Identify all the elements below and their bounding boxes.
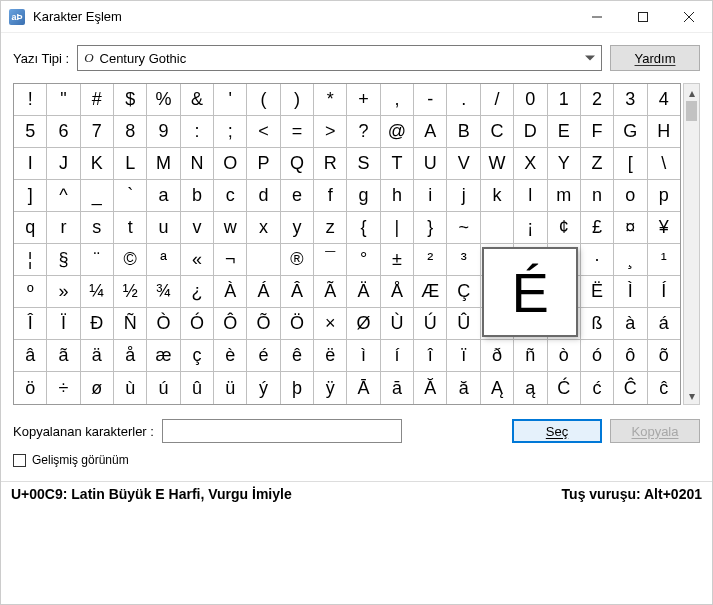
character-cell[interactable]: © bbox=[114, 244, 147, 276]
character-cell[interactable]: Í bbox=[648, 276, 680, 308]
character-cell[interactable]: ° bbox=[347, 244, 380, 276]
character-cell[interactable]: s bbox=[81, 212, 114, 244]
character-cell[interactable]: ó bbox=[581, 340, 614, 372]
character-cell[interactable]: l bbox=[514, 180, 547, 212]
character-cell[interactable]: ² bbox=[414, 244, 447, 276]
character-cell[interactable]: E bbox=[548, 116, 581, 148]
character-cell[interactable]: ? bbox=[347, 116, 380, 148]
character-cell[interactable]: ¹ bbox=[648, 244, 680, 276]
character-cell[interactable]: ð bbox=[481, 340, 514, 372]
character-cell[interactable]: å bbox=[114, 340, 147, 372]
character-cell[interactable]: # bbox=[81, 84, 114, 116]
character-cell[interactable]: ø bbox=[81, 372, 114, 404]
select-button[interactable]: Seç bbox=[512, 419, 602, 443]
character-cell[interactable]: ' bbox=[214, 84, 247, 116]
character-cell[interactable]: 2 bbox=[581, 84, 614, 116]
character-cell[interactable]: u bbox=[147, 212, 180, 244]
minimize-button[interactable] bbox=[574, 1, 620, 33]
copy-button[interactable]: Kopyala bbox=[610, 419, 700, 443]
character-cell[interactable]: : bbox=[181, 116, 214, 148]
character-cell[interactable]: " bbox=[47, 84, 80, 116]
character-cell[interactable]: > bbox=[314, 116, 347, 148]
character-cell[interactable]: ú bbox=[147, 372, 180, 404]
character-cell[interactable]: à bbox=[614, 308, 647, 340]
character-cell[interactable]: - bbox=[414, 84, 447, 116]
character-cell[interactable]: Á bbox=[247, 276, 280, 308]
character-cell[interactable]: H bbox=[648, 116, 680, 148]
character-cell[interactable]: Ã bbox=[314, 276, 347, 308]
character-cell[interactable]: X bbox=[514, 148, 547, 180]
character-cell[interactable]: ë bbox=[314, 340, 347, 372]
character-cell[interactable]: o bbox=[614, 180, 647, 212]
character-cell[interactable]: $ bbox=[114, 84, 147, 116]
character-cell[interactable]: ć bbox=[581, 372, 614, 404]
character-cell[interactable]: ï bbox=[447, 340, 480, 372]
character-cell[interactable]: « bbox=[181, 244, 214, 276]
character-cell[interactable]: æ bbox=[147, 340, 180, 372]
character-cell[interactable]: í bbox=[381, 340, 414, 372]
character-cell[interactable]: Ù bbox=[381, 308, 414, 340]
character-cell[interactable]: ý bbox=[247, 372, 280, 404]
character-cell[interactable]: Z bbox=[581, 148, 614, 180]
character-cell[interactable]: p bbox=[648, 180, 680, 212]
character-cell[interactable]: õ bbox=[648, 340, 680, 372]
character-cell[interactable]: Å bbox=[381, 276, 414, 308]
character-cell[interactable]: _ bbox=[81, 180, 114, 212]
character-cell[interactable]: Ć bbox=[548, 372, 581, 404]
character-cell[interactable]: 0 bbox=[514, 84, 547, 116]
character-cell[interactable]: x bbox=[247, 212, 280, 244]
character-cell[interactable]: S bbox=[347, 148, 380, 180]
character-cell[interactable]: B bbox=[447, 116, 480, 148]
character-cell[interactable]: F bbox=[581, 116, 614, 148]
character-cell[interactable]: + bbox=[347, 84, 380, 116]
font-select[interactable]: O Century Gothic bbox=[77, 45, 602, 71]
scroll-up-icon[interactable]: ▴ bbox=[684, 84, 699, 101]
advanced-view-checkbox[interactable] bbox=[13, 454, 26, 467]
character-cell[interactable]: e bbox=[281, 180, 314, 212]
character-cell[interactable]: & bbox=[181, 84, 214, 116]
character-cell[interactable]: d bbox=[247, 180, 280, 212]
character-cell[interactable]: ĉ bbox=[648, 372, 680, 404]
character-cell[interactable]: Ç bbox=[447, 276, 480, 308]
character-cell[interactable]: } bbox=[414, 212, 447, 244]
character-cell[interactable]: g bbox=[347, 180, 380, 212]
character-cell[interactable]: 9 bbox=[147, 116, 180, 148]
character-cell[interactable]: V bbox=[447, 148, 480, 180]
character-cell[interactable]: ± bbox=[381, 244, 414, 276]
character-cell[interactable]: ¯ bbox=[314, 244, 347, 276]
character-cell[interactable]: ą bbox=[514, 372, 547, 404]
character-cell[interactable]: è bbox=[214, 340, 247, 372]
character-cell[interactable]: Q bbox=[281, 148, 314, 180]
character-cell[interactable]: þ bbox=[281, 372, 314, 404]
scroll-down-icon[interactable]: ▾ bbox=[684, 387, 699, 404]
character-cell[interactable]: = bbox=[281, 116, 314, 148]
character-cell[interactable]: Æ bbox=[414, 276, 447, 308]
character-cell[interactable]: ù bbox=[114, 372, 147, 404]
character-cell[interactable]: / bbox=[481, 84, 514, 116]
character-cell[interactable]: À bbox=[214, 276, 247, 308]
character-cell[interactable]: 3 bbox=[614, 84, 647, 116]
help-button[interactable]: Yardım bbox=[610, 45, 700, 71]
character-cell[interactable]: ¥ bbox=[648, 212, 680, 244]
character-cell[interactable]: k bbox=[481, 180, 514, 212]
character-cell[interactable]: % bbox=[147, 84, 180, 116]
character-cell[interactable]: Ā bbox=[347, 372, 380, 404]
character-cell[interactable]: @ bbox=[381, 116, 414, 148]
character-cell[interactable]: Õ bbox=[247, 308, 280, 340]
character-cell[interactable]: Ą bbox=[481, 372, 514, 404]
character-cell[interactable]: Ì bbox=[614, 276, 647, 308]
character-cell[interactable]: Y bbox=[548, 148, 581, 180]
character-cell[interactable]: 4 bbox=[648, 84, 680, 116]
character-cell[interactable]: z bbox=[314, 212, 347, 244]
character-cell[interactable]: Ú bbox=[414, 308, 447, 340]
character-cell[interactable]: Ä bbox=[347, 276, 380, 308]
character-cell[interactable]: ă bbox=[447, 372, 480, 404]
copy-input[interactable] bbox=[162, 419, 402, 443]
character-cell[interactable]: ò bbox=[548, 340, 581, 372]
character-cell[interactable]: v bbox=[181, 212, 214, 244]
character-cell[interactable]: ì bbox=[347, 340, 380, 372]
character-cell[interactable]: D bbox=[514, 116, 547, 148]
character-cell[interactable]: û bbox=[181, 372, 214, 404]
character-cell[interactable]: 8 bbox=[114, 116, 147, 148]
character-cell[interactable]: ÿ bbox=[314, 372, 347, 404]
